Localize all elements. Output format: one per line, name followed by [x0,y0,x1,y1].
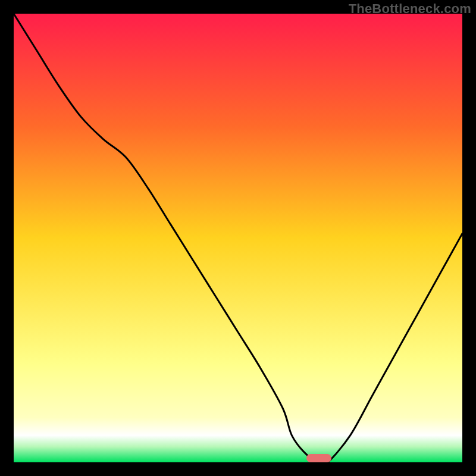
plot-svg [14,14,462,462]
optimal-marker [306,454,331,462]
chart-canvas: TheBottleneck.com [0,0,476,476]
watermark-text: TheBottleneck.com [349,1,471,17]
plot-area [14,14,462,462]
gradient-bg [14,14,462,462]
